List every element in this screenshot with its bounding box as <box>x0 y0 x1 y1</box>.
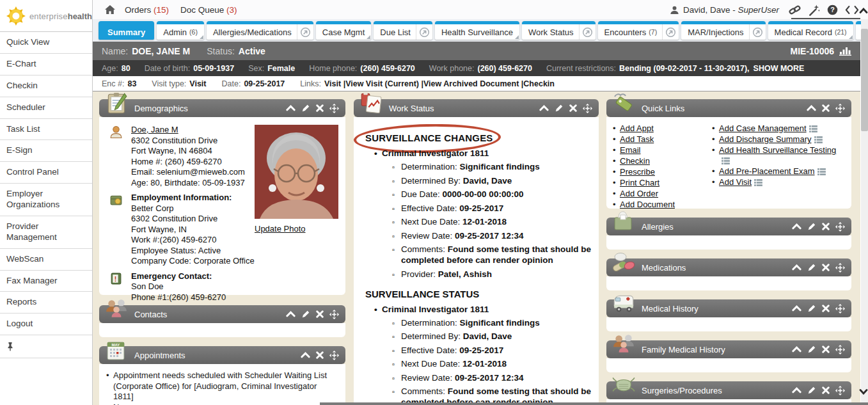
collapse-icon[interactable] <box>792 387 801 393</box>
popout-icon[interactable] <box>749 24 766 40</box>
move-icon[interactable] <box>835 345 845 354</box>
doc-queue-nav[interactable]: Doc Queue (3) <box>180 5 237 15</box>
edit-icon[interactable] <box>301 310 310 319</box>
tab-case-mgmt[interactable]: Case Mgmt <box>316 21 371 40</box>
tab-work-status[interactable]: Work Status <box>522 21 596 40</box>
quick-links-panel-header[interactable]: Quick Links <box>606 99 851 117</box>
link-visit[interactable]: Visit <box>324 79 345 88</box>
tab-health-surveillance[interactable]: Health Surveillance <box>435 21 519 40</box>
surgeries-procedures-panel-header[interactable]: Surgeries/Procedures <box>606 381 851 399</box>
move-icon[interactable] <box>583 104 592 113</box>
sidebar-item-fax-manager[interactable]: Fax Manager <box>0 271 92 292</box>
close-icon[interactable] <box>822 305 830 312</box>
edit-icon[interactable] <box>807 304 816 313</box>
scrollbar-thumb[interactable] <box>861 29 868 131</box>
quick-link-email[interactable]: Email <box>620 145 641 155</box>
sidebar-item-checkin[interactable]: Checkin <box>0 75 92 97</box>
sidebar-item-provider-management[interactable]: Provider Management <box>0 216 92 249</box>
quick-link-add-visit[interactable]: Add Visit <box>719 177 752 187</box>
move-icon[interactable] <box>835 304 845 314</box>
edit-icon[interactable] <box>555 104 564 113</box>
quick-link-add-task[interactable]: Add Task <box>620 134 654 144</box>
close-icon[interactable] <box>822 386 830 394</box>
medications-panel-header[interactable]: Medications <box>606 258 851 276</box>
allergies-panel-header[interactable]: Allergies <box>606 218 851 235</box>
edit-icon[interactable] <box>807 222 816 231</box>
link-checkin[interactable]: Checkin <box>523 79 555 88</box>
move-icon[interactable] <box>329 310 339 319</box>
sidebar-item-reports[interactable]: Reports <box>0 292 92 314</box>
edit-icon[interactable] <box>807 263 816 272</box>
quick-link-checkin[interactable]: Checkin <box>620 156 650 166</box>
tab-medical-record[interactable]: Medical Record(21) <box>768 21 853 40</box>
close-icon[interactable] <box>316 310 324 318</box>
quick-link-add-discharge-summary[interactable]: Add Discharge Summary <box>719 134 812 144</box>
quick-link-add-pre-placement-exam[interactable]: Add Pre-Placement Exam <box>719 166 815 176</box>
collapse-icon[interactable] <box>539 105 549 111</box>
patient-name-link[interactable]: Doe, Jane M <box>131 125 178 134</box>
move-icon[interactable] <box>835 263 845 273</box>
tab-due-list[interactable]: Due List <box>374 21 432 40</box>
move-icon[interactable] <box>835 386 845 395</box>
link-view-archived-document[interactable]: View Archived Document <box>423 79 523 88</box>
collapse-icon[interactable] <box>792 264 801 271</box>
quick-link-print-chart[interactable]: Print Chart <box>620 178 659 187</box>
sidebar-item-task-list[interactable]: Task List <box>0 119 92 141</box>
link-icon[interactable] <box>789 4 801 16</box>
popout-icon[interactable] <box>579 24 596 40</box>
scroll-up-icon[interactable] <box>859 8 868 13</box>
close-icon[interactable] <box>316 351 324 359</box>
move-icon[interactable] <box>329 351 339 360</box>
demographics-panel-header[interactable]: Demographics <box>99 99 345 117</box>
medical-history-panel-header[interactable]: Medical History <box>606 299 851 317</box>
move-icon[interactable] <box>835 104 845 113</box>
app-logo[interactable]: enterprisehealth <box>0 0 92 32</box>
quick-link-add-health-surveillance-testing[interactable]: Add Health Surveillance Testing <box>719 145 836 155</box>
appointments-panel-header[interactable]: Appointments <box>99 346 345 364</box>
code-icon[interactable] <box>845 5 859 15</box>
work-status-panel-header[interactable]: Work Status <box>354 99 599 117</box>
quick-link-add-appt[interactable]: Add Appt <box>620 123 654 133</box>
scroll-down-icon[interactable] <box>859 389 868 395</box>
popout-icon[interactable] <box>297 24 313 40</box>
update-photo-link[interactable]: Update Photo <box>255 224 306 235</box>
home-icon[interactable] <box>104 4 116 15</box>
edit-icon[interactable] <box>807 345 816 354</box>
sidebar-item-quick-view[interactable]: Quick View <box>0 32 92 54</box>
close-icon[interactable] <box>569 104 577 112</box>
sidebar-item-control-panel[interactable]: Control Panel <box>0 162 92 184</box>
sidebar-item-employer-organizations[interactable]: Employer Organizations <box>0 184 92 216</box>
link-view-visit-current[interactable]: View Visit (Current) <box>345 79 423 88</box>
popout-icon[interactable] <box>662 24 679 40</box>
quick-link-prescribe[interactable]: Prescribe <box>620 167 655 177</box>
show-more-link[interactable]: SHOW MORE <box>754 64 805 73</box>
wand-icon[interactable] <box>808 4 820 16</box>
tab-summary[interactable]: Summary <box>99 21 154 40</box>
quick-link-add-order[interactable]: Add Order <box>620 189 658 198</box>
tab-allergies-medications[interactable]: Allergies/Medications <box>207 21 313 40</box>
sidebar-item-e-sign[interactable]: E-Sign <box>0 140 92 162</box>
edit-icon[interactable] <box>301 104 310 113</box>
tab-admin[interactable]: Admin(6) <box>157 21 204 40</box>
collapse-icon[interactable] <box>807 105 816 111</box>
contacts-panel-header[interactable]: Contacts <box>99 305 345 323</box>
close-icon[interactable] <box>316 104 324 112</box>
sidebar-item-scheduler[interactable]: Scheduler <box>0 97 92 119</box>
collapse-icon[interactable] <box>301 352 310 358</box>
collapse-icon[interactable] <box>792 223 801 230</box>
move-icon[interactable] <box>329 104 339 113</box>
tab-mar-injections[interactable]: MAR/Injections <box>681 21 765 40</box>
collapse-icon[interactable] <box>286 311 296 317</box>
close-icon[interactable] <box>822 104 830 112</box>
tab-encounters[interactable]: Encounters(7) <box>598 21 679 40</box>
quick-link-add-document[interactable]: Add Document <box>620 200 675 209</box>
move-icon[interactable] <box>835 222 845 232</box>
sidebar-item-webscan[interactable]: WebScan <box>0 249 92 271</box>
chart-icon[interactable] <box>839 46 851 56</box>
orders-nav[interactable]: Orders (15) <box>125 5 169 15</box>
help-icon[interactable] <box>827 4 838 15</box>
close-icon[interactable] <box>822 345 830 353</box>
collapse-icon[interactable] <box>792 346 801 353</box>
popout-icon[interactable] <box>416 24 432 40</box>
sidebar-item-logout[interactable]: Logout <box>0 314 92 335</box>
